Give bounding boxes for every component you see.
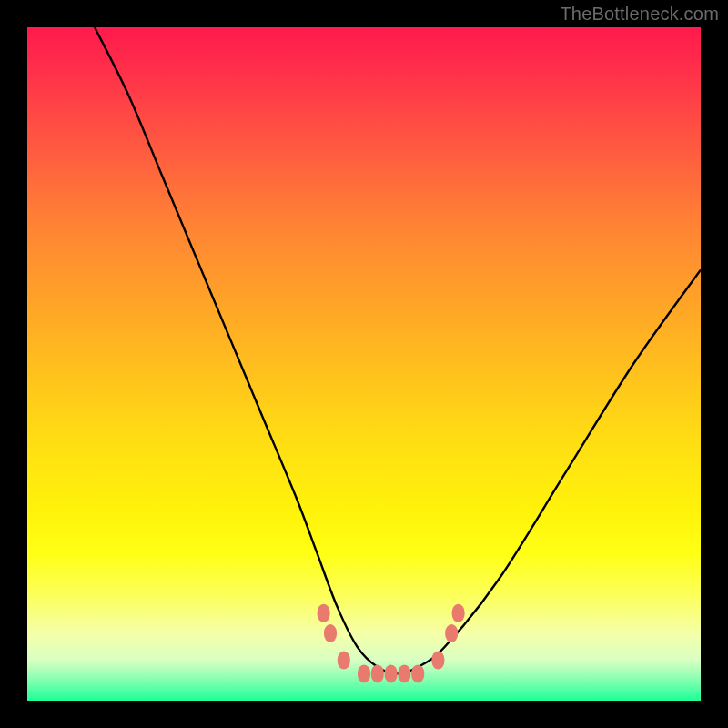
chart-frame: TheBottleneck.com xyxy=(0,0,728,728)
curve-marker xyxy=(318,604,330,622)
curve-marker xyxy=(358,664,370,682)
curve-marker xyxy=(411,664,424,682)
curve-marker xyxy=(324,624,337,642)
watermark-text: TheBottleneck.com xyxy=(560,4,719,25)
curve-marker xyxy=(371,664,384,682)
bottleneck-curve xyxy=(95,27,701,673)
curve-marker xyxy=(431,652,444,670)
curve-marker xyxy=(385,664,398,682)
curve-marker xyxy=(445,624,458,642)
curve-marker xyxy=(398,664,410,682)
marker-group xyxy=(318,604,465,683)
curve-marker xyxy=(338,652,350,670)
curve-marker xyxy=(452,604,465,622)
curve-layer xyxy=(27,27,701,701)
plot-area xyxy=(27,27,701,701)
